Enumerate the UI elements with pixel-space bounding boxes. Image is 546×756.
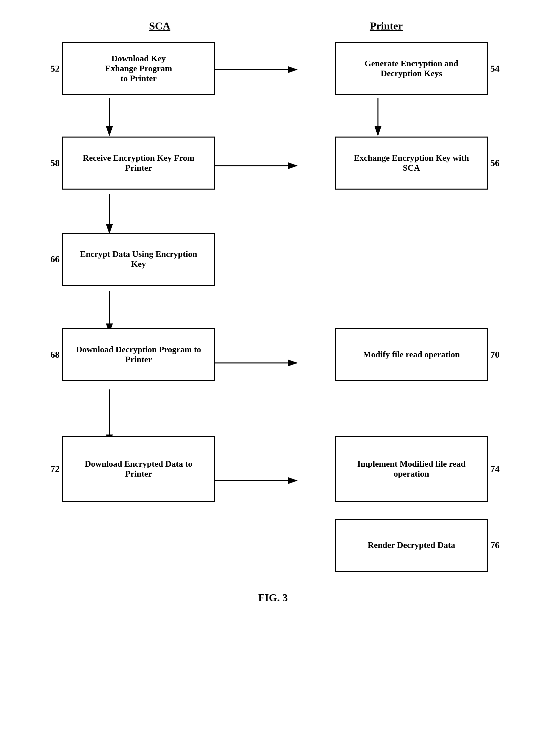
label-52: 52 <box>46 63 60 74</box>
printer-box-54-text: Generate Encryption and Decryption Keys <box>344 59 478 79</box>
printer-box-76-text: Render Decrypted Data <box>368 540 455 550</box>
sca-header: SCA <box>80 20 239 32</box>
printer-box-74: Implement Modified file read operation <box>335 436 488 502</box>
label-68: 68 <box>46 349 60 360</box>
printer-box-56-text: Exchange Encryption Key with SCA <box>344 153 478 173</box>
sca-box-68-text: Download Decryption Program to Printer <box>72 345 206 365</box>
printer-box-56-wrapper: Exchange Encryption Key with SCA 56 <box>335 137 500 190</box>
label-54: 54 <box>490 63 500 74</box>
label-56: 56 <box>490 158 500 168</box>
printer-header: Printer <box>307 20 466 32</box>
sca-box-72-wrapper: 72 Download Encrypted Data to Printer <box>46 436 215 502</box>
sca-box-52: Download KeyExhange Programto Printer <box>62 42 215 95</box>
printer-box-74-wrapper: Implement Modified file read operation 7… <box>335 436 500 502</box>
row-2: 58 Receive Encryption Key From Printer E… <box>27 137 519 190</box>
sca-box-52-text: Download KeyExhange Programto Printer <box>105 54 172 84</box>
spacer-r5r6 <box>27 502 519 519</box>
label-58: 58 <box>46 158 60 168</box>
row-1: 52 Download KeyExhange Programto Printer… <box>27 42 519 95</box>
label-76: 76 <box>490 540 500 551</box>
row-5: 72 Download Encrypted Data to Printer Im… <box>27 436 519 502</box>
row-6: Render Decrypted Data 76 <box>27 519 519 572</box>
column-headers: SCA Printer <box>27 20 519 32</box>
spacer-r4r5 <box>27 381 519 436</box>
printer-box-70-wrapper: Modify file read operation 70 <box>335 328 500 381</box>
sca-box-66-text: Encrypt Data Using Encryption Key <box>72 249 206 269</box>
sca-box-58: Receive Encryption Key From Printer <box>62 137 215 190</box>
row-4: 68 Download Decryption Program to Printe… <box>27 328 519 381</box>
printer-box-56: Exchange Encryption Key with SCA <box>335 137 488 190</box>
label-70: 70 <box>490 349 500 360</box>
label-72: 72 <box>46 464 60 474</box>
printer-box-76: Render Decrypted Data <box>335 519 488 572</box>
printer-box-70: Modify file read operation <box>335 328 488 381</box>
printer-box-54: Generate Encryption and Decryption Keys <box>335 42 488 95</box>
sca-box-72: Download Encrypted Data to Printer <box>62 436 215 502</box>
printer-box-54-wrapper: Generate Encryption and Decryption Keys … <box>335 42 500 95</box>
sca-box-66: Encrypt Data Using Encryption Key <box>62 233 215 286</box>
figure-caption: FIG. 3 <box>27 592 519 604</box>
sca-box-58-text: Receive Encryption Key From Printer <box>72 153 206 173</box>
row-3: 66 Encrypt Data Using Encryption Key <box>27 233 519 286</box>
sca-box-66-wrapper: 66 Encrypt Data Using Encryption Key <box>46 233 215 286</box>
printer-box-74-text: Implement Modified file read operation <box>344 459 478 479</box>
printer-box-76-wrapper: Render Decrypted Data 76 <box>335 519 500 572</box>
page: SCA Printer <box>0 0 546 756</box>
printer-box-70-text: Modify file read operation <box>363 350 460 360</box>
label-74: 74 <box>490 464 500 474</box>
sca-box-68-wrapper: 68 Download Decryption Program to Printe… <box>46 328 215 381</box>
label-66: 66 <box>46 254 60 264</box>
sca-box-72-text: Download Encrypted Data to Printer <box>72 459 206 479</box>
sca-box-68: Download Decryption Program to Printer <box>62 328 215 381</box>
spacer-r2r3 <box>27 190 519 233</box>
sca-box-52-wrapper: 52 Download KeyExhange Programto Printer <box>46 42 215 95</box>
spacer-r1r2 <box>27 95 519 137</box>
spacer-r3r4 <box>27 286 519 328</box>
sca-box-58-wrapper: 58 Receive Encryption Key From Printer <box>46 137 215 190</box>
